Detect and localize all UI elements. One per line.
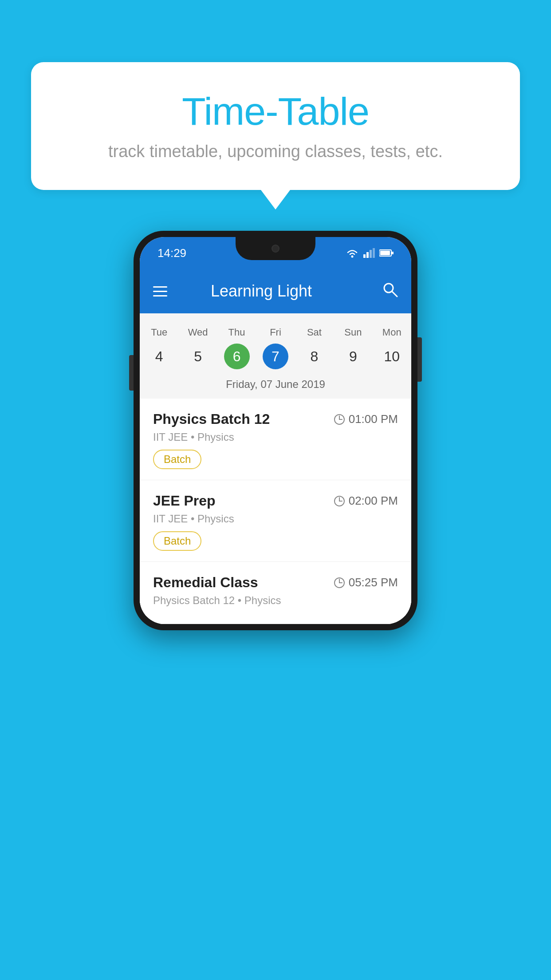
wifi-icon bbox=[346, 248, 359, 258]
schedule-item-title: Remedial Class bbox=[153, 574, 258, 591]
day-name: Sat bbox=[307, 327, 322, 338]
search-button[interactable] bbox=[382, 281, 398, 301]
schedule-item-header: Physics Batch 12 01:00 PM bbox=[153, 411, 398, 427]
speech-bubble-container: Time-Table track timetable, upcoming cla… bbox=[31, 62, 520, 190]
day-name: Sun bbox=[344, 327, 362, 338]
schedule-item-subtitle: Physics Batch 12 • Physics bbox=[153, 594, 398, 607]
speech-bubble: Time-Table track timetable, upcoming cla… bbox=[31, 62, 520, 190]
schedule-item-title: Physics Batch 12 bbox=[153, 411, 270, 427]
status-time: 14:29 bbox=[157, 246, 186, 260]
speech-bubble-title: Time-Table bbox=[67, 89, 484, 134]
selected-date-label: Friday, 07 June 2019 bbox=[140, 372, 411, 399]
schedule-item-time: 02:00 PM bbox=[334, 494, 398, 508]
notch bbox=[236, 237, 315, 260]
schedule-list: Physics Batch 12 01:00 PM IIT JEE • Phys… bbox=[140, 399, 411, 624]
camera-dot bbox=[272, 245, 279, 253]
week-days-row: Tue4Wed5Thu6Fri7Sat8Sun9Mon10 bbox=[140, 322, 411, 372]
day-number: 4 bbox=[146, 344, 172, 369]
schedule-item[interactable]: JEE Prep 02:00 PM IIT JEE • Physics Batc… bbox=[140, 480, 411, 562]
svg-rect-4 bbox=[373, 248, 375, 258]
day-number: 7 bbox=[263, 344, 288, 369]
clock-icon bbox=[334, 414, 345, 425]
day-number: 5 bbox=[185, 344, 211, 369]
day-name: Tue bbox=[151, 327, 167, 338]
day-col-8[interactable]: Sat8 bbox=[295, 327, 334, 369]
signal-icon bbox=[363, 248, 375, 258]
calendar-header: Tue4Wed5Thu6Fri7Sat8Sun9Mon10 Friday, 07… bbox=[140, 313, 411, 399]
svg-rect-1 bbox=[363, 254, 366, 258]
hamburger-menu-icon[interactable] bbox=[153, 286, 167, 296]
day-col-10[interactable]: Mon10 bbox=[373, 327, 411, 369]
schedule-item-header: JEE Prep 02:00 PM bbox=[153, 493, 398, 509]
day-name: Mon bbox=[382, 327, 401, 338]
day-number: 10 bbox=[379, 344, 405, 369]
day-col-5[interactable]: Wed5 bbox=[178, 327, 217, 369]
speech-bubble-subtitle: track timetable, upcoming classes, tests… bbox=[67, 142, 484, 161]
batch-badge: Batch bbox=[153, 531, 201, 551]
day-col-6[interactable]: Thu6 bbox=[217, 327, 256, 369]
schedule-item-time: 01:00 PM bbox=[334, 412, 398, 426]
day-col-9[interactable]: Sun9 bbox=[334, 327, 372, 369]
clock-icon bbox=[334, 577, 345, 589]
clock-icon bbox=[334, 495, 345, 507]
day-number: 9 bbox=[340, 344, 366, 369]
phone-frame: 14:29 bbox=[134, 231, 417, 630]
schedule-item-subtitle: IIT JEE • Physics bbox=[153, 513, 398, 525]
day-name: Fri bbox=[270, 327, 281, 338]
status-bar: 14:29 bbox=[140, 237, 411, 269]
battery-icon bbox=[379, 249, 394, 257]
status-icons bbox=[346, 248, 394, 258]
day-number: 8 bbox=[301, 344, 327, 369]
day-number: 6 bbox=[224, 344, 250, 369]
svg-rect-6 bbox=[380, 251, 390, 255]
app-title: Learning Light bbox=[181, 282, 369, 300]
schedule-item-header: Remedial Class 05:25 PM bbox=[153, 574, 398, 591]
svg-point-0 bbox=[351, 256, 354, 258]
svg-rect-2 bbox=[366, 252, 369, 258]
schedule-item[interactable]: Remedial Class 05:25 PM Physics Batch 12… bbox=[140, 562, 411, 624]
svg-line-9 bbox=[392, 292, 397, 296]
day-name: Wed bbox=[188, 327, 208, 338]
svg-rect-3 bbox=[370, 250, 372, 258]
batch-badge: Batch bbox=[153, 450, 201, 469]
schedule-item-subtitle: IIT JEE • Physics bbox=[153, 431, 398, 443]
schedule-item[interactable]: Physics Batch 12 01:00 PM IIT JEE • Phys… bbox=[140, 399, 411, 480]
app-bar: Learning Light bbox=[140, 269, 411, 313]
schedule-item-time: 05:25 PM bbox=[334, 576, 398, 589]
day-name: Thu bbox=[228, 327, 245, 338]
phone-screen: 14:29 bbox=[140, 237, 411, 624]
phone-mockup: 14:29 bbox=[134, 231, 417, 630]
day-col-7[interactable]: Fri7 bbox=[256, 327, 295, 369]
svg-rect-7 bbox=[392, 252, 394, 254]
day-col-4[interactable]: Tue4 bbox=[140, 327, 178, 369]
schedule-item-title: JEE Prep bbox=[153, 493, 216, 509]
